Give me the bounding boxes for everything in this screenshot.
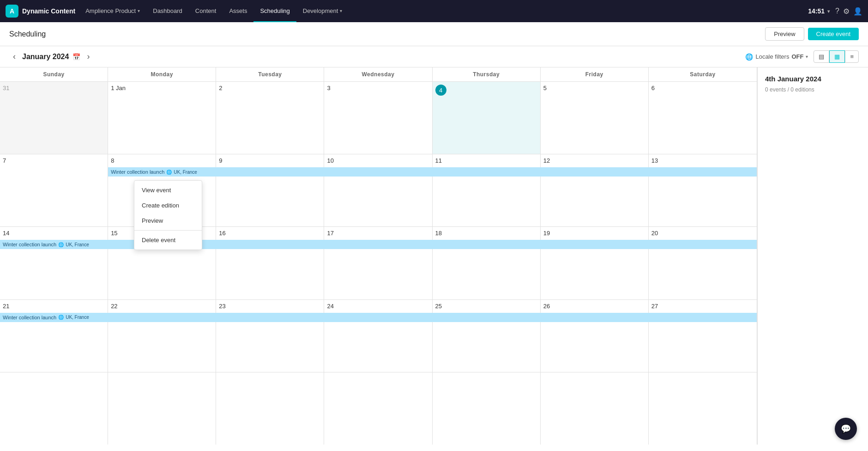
- create-event-button[interactable]: Create event: [808, 28, 859, 40]
- cal-cell[interactable]: [541, 372, 649, 445]
- globe-icon: 🌐: [745, 53, 753, 61]
- calendar-week-5: [0, 372, 757, 445]
- calendar-week-3: 14 15 16 17 18 19 20 Winter collection l…: [0, 227, 757, 299]
- day-header-sunday: Sunday: [0, 67, 108, 81]
- cal-cell[interactable]: 24: [324, 300, 432, 372]
- cal-cell-today[interactable]: 4: [433, 82, 541, 154]
- event-label: Winter collection launch: [3, 315, 56, 320]
- date-label: 16: [219, 230, 225, 237]
- day-header-thursday: Thursday: [433, 67, 541, 81]
- cal-cell[interactable]: 3: [324, 82, 432, 154]
- preview-button[interactable]: Preview: [765, 27, 804, 41]
- date-label: 15: [111, 230, 117, 237]
- day-header-wednesday: Wednesday: [324, 67, 432, 81]
- cal-cell[interactable]: 7: [0, 154, 108, 226]
- date-label: 1 Jan: [111, 85, 126, 91]
- prev-month-button[interactable]: ‹: [9, 50, 19, 63]
- cal-cell[interactable]: 17: [324, 227, 432, 299]
- nav-item-amplience[interactable]: Amplience Product ▾: [79, 0, 146, 22]
- cal-cell[interactable]: 5: [541, 82, 649, 154]
- date-label: 6: [651, 85, 655, 91]
- date-label: 7: [3, 157, 6, 164]
- user-button[interactable]: 👤: [853, 7, 862, 16]
- cal-cell[interactable]: 14: [0, 227, 108, 299]
- cal-cell[interactable]: 13: [649, 154, 757, 226]
- cal-cell[interactable]: 12: [541, 154, 649, 226]
- view-button-timeline[interactable]: ≡: [845, 50, 859, 63]
- cal-cell[interactable]: 2: [216, 82, 324, 154]
- locale-filter[interactable]: 🌐 Locale filters OFF ▾: [745, 53, 808, 61]
- cal-cell[interactable]: [108, 372, 216, 445]
- context-menu-item-preview[interactable]: Preview: [134, 213, 202, 228]
- event-locale: UK, France: [66, 315, 89, 320]
- context-menu-item-view[interactable]: View event: [134, 183, 202, 198]
- chat-button[interactable]: 💬: [835, 418, 857, 440]
- event-bar-week2[interactable]: Winter collection launch 🌐 UK, France: [108, 167, 757, 177]
- cal-cell[interactable]: 19: [541, 227, 649, 299]
- context-menu-item-delete[interactable]: Delete event: [134, 232, 202, 248]
- calendar-toolbar: ‹ January 2024 📅 › 🌐 Locale filters OFF …: [0, 46, 868, 67]
- day-header-friday: Friday: [541, 67, 649, 81]
- cal-cell[interactable]: 23: [216, 300, 324, 372]
- calendar-container: Sunday Monday Tuesday Wednesday Thursday…: [0, 67, 868, 445]
- next-month-button[interactable]: ›: [83, 50, 93, 63]
- sidebar-events-info: 0 events / 0 editions: [765, 86, 861, 93]
- cal-cell[interactable]: 27: [649, 300, 757, 372]
- cal-cell[interactable]: 31: [0, 82, 108, 154]
- cal-cell[interactable]: [649, 372, 757, 445]
- nav-item-dashboard[interactable]: Dashboard: [146, 0, 189, 22]
- calendar-sidebar: 4th January 2024 0 events / 0 editions: [757, 67, 868, 445]
- cal-cell[interactable]: 18: [433, 227, 541, 299]
- day-header-tuesday: Tuesday: [216, 67, 324, 81]
- chevron-down-icon: ▾: [340, 8, 342, 13]
- event-bar-week4[interactable]: Winter collection launch 🌐 UK, France: [0, 313, 757, 322]
- cal-cell[interactable]: [216, 372, 324, 445]
- cal-cell[interactable]: 21: [0, 300, 108, 372]
- view-button-list[interactable]: ▤: [814, 50, 829, 63]
- date-label: 12: [543, 157, 550, 164]
- locale-filter-label: Locale filters: [755, 53, 789, 60]
- top-nav: A Dynamic Content Amplience Product ▾ Da…: [0, 0, 868, 22]
- cal-cell[interactable]: [324, 372, 432, 445]
- globe-icon: 🌐: [58, 242, 64, 247]
- date-label: 24: [327, 303, 333, 310]
- app-brand: Dynamic Content: [22, 7, 75, 15]
- calendar-main: Sunday Monday Tuesday Wednesday Thursday…: [0, 67, 757, 445]
- cal-cell[interactable]: 16: [216, 227, 324, 299]
- help-button[interactable]: ?: [835, 7, 839, 15]
- cal-cell[interactable]: 1 Jan: [108, 82, 216, 154]
- date-label: 11: [435, 157, 442, 164]
- cal-cell[interactable]: 10: [324, 154, 432, 226]
- context-menu-item-create[interactable]: Create edition: [134, 198, 202, 213]
- cal-cell[interactable]: [0, 372, 108, 445]
- calendar-icon[interactable]: 📅: [72, 53, 80, 61]
- date-label: 9: [219, 157, 222, 164]
- cal-cell[interactable]: 22: [108, 300, 216, 372]
- nav-item-development[interactable]: Development ▾: [296, 0, 349, 22]
- date-label: 27: [651, 303, 658, 310]
- date-label: 10: [327, 157, 333, 164]
- cal-cell[interactable]: 11: [433, 154, 541, 226]
- date-label: 21: [3, 303, 9, 310]
- view-button-grid[interactable]: ▦: [829, 50, 845, 63]
- date-label: 20: [651, 230, 658, 237]
- cal-cell[interactable]: 25: [433, 300, 541, 372]
- calendar-day-headers: Sunday Monday Tuesday Wednesday Thursday…: [0, 67, 757, 82]
- cal-cell[interactable]: [433, 372, 541, 445]
- date-label: 3: [327, 85, 330, 91]
- nav-item-assets[interactable]: Assets: [223, 0, 253, 22]
- nav-item-content[interactable]: Content: [189, 0, 223, 22]
- settings-button[interactable]: ⚙: [843, 7, 850, 16]
- cal-cell[interactable]: 20: [649, 227, 757, 299]
- cal-cell[interactable]: 26: [541, 300, 649, 372]
- nav-item-scheduling[interactable]: Scheduling: [253, 0, 296, 22]
- event-bar-week3[interactable]: Winter collection launch 🌐 UK, France: [0, 240, 757, 249]
- cal-cell[interactable]: 9: [216, 154, 324, 226]
- date-label: 18: [435, 230, 442, 237]
- cal-cell[interactable]: 6: [649, 82, 757, 154]
- view-buttons: ▤ ▦ ≡: [814, 50, 859, 63]
- calendar-week-2: 7 8 9 10 11 12 13 Winter collection laun…: [0, 154, 757, 227]
- chevron-down-icon: ▾: [138, 8, 140, 13]
- nav-logo: A Dynamic Content: [6, 5, 75, 18]
- date-label: 17: [327, 230, 333, 237]
